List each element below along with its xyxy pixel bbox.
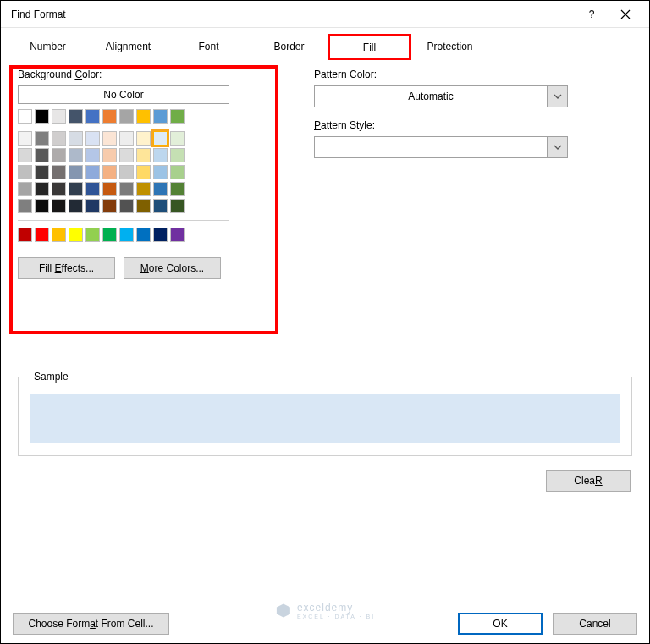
color-swatch[interactable] bbox=[52, 165, 66, 179]
color-swatch[interactable] bbox=[136, 165, 151, 179]
color-swatch[interactable] bbox=[85, 131, 100, 146]
color-swatch[interactable] bbox=[153, 165, 168, 179]
color-swatch[interactable] bbox=[136, 148, 151, 162]
tab-strip: NumberAlignmentFontBorderFillProtection bbox=[8, 35, 642, 58]
color-swatch[interactable] bbox=[52, 148, 66, 162]
fill-effects-button[interactable]: Fill Effects... bbox=[18, 257, 115, 279]
color-swatch[interactable] bbox=[52, 199, 66, 213]
color-swatch[interactable] bbox=[119, 199, 134, 213]
color-swatch[interactable] bbox=[119, 165, 134, 179]
color-swatch[interactable] bbox=[52, 182, 66, 196]
color-swatch[interactable] bbox=[35, 228, 49, 242]
color-swatch[interactable] bbox=[170, 148, 185, 162]
pattern-color-combo[interactable]: Automatic bbox=[314, 85, 568, 107]
color-swatch[interactable] bbox=[18, 228, 32, 242]
color-swatch[interactable] bbox=[69, 148, 83, 162]
color-swatch[interactable] bbox=[102, 165, 117, 179]
color-swatch[interactable] bbox=[18, 165, 32, 179]
close-icon bbox=[620, 9, 631, 19]
color-swatch[interactable] bbox=[35, 109, 49, 124]
pattern-color-label: Pattern Color: bbox=[314, 69, 632, 80]
tab-font[interactable]: Font bbox=[168, 35, 249, 58]
tab-fill[interactable]: Fill bbox=[329, 36, 410, 58]
more-colors-button[interactable]: More Colors... bbox=[124, 257, 221, 279]
tab-border[interactable]: Border bbox=[249, 35, 329, 58]
color-swatch[interactable] bbox=[119, 228, 134, 242]
chevron-down-icon bbox=[547, 137, 567, 157]
sample-preview bbox=[30, 394, 620, 443]
ok-button[interactable]: OK bbox=[458, 613, 543, 635]
color-swatch[interactable] bbox=[153, 199, 168, 213]
clear-button[interactable]: CleaR bbox=[546, 470, 631, 492]
color-swatch[interactable] bbox=[119, 109, 134, 124]
color-swatch[interactable] bbox=[170, 182, 185, 196]
color-swatch[interactable] bbox=[52, 109, 66, 124]
color-swatch[interactable] bbox=[102, 148, 117, 162]
color-swatch[interactable] bbox=[35, 165, 49, 179]
color-swatch[interactable] bbox=[102, 199, 117, 213]
color-swatch[interactable] bbox=[35, 131, 49, 146]
color-swatch[interactable] bbox=[170, 131, 185, 146]
color-swatch[interactable] bbox=[153, 228, 168, 242]
color-swatch[interactable] bbox=[153, 131, 168, 146]
color-swatch[interactable] bbox=[85, 109, 100, 124]
color-swatch[interactable] bbox=[102, 228, 117, 242]
pattern-style-combo[interactable] bbox=[314, 136, 568, 158]
color-swatch[interactable] bbox=[69, 109, 83, 124]
color-swatch[interactable] bbox=[153, 182, 168, 196]
color-swatch[interactable] bbox=[119, 182, 134, 196]
tab-number[interactable]: Number bbox=[8, 35, 88, 58]
color-swatch[interactable] bbox=[52, 228, 66, 242]
color-swatch[interactable] bbox=[170, 228, 185, 242]
color-swatch[interactable] bbox=[136, 131, 151, 146]
color-swatch[interactable] bbox=[119, 148, 134, 162]
color-swatch[interactable] bbox=[69, 228, 83, 242]
color-swatch[interactable] bbox=[119, 131, 134, 146]
color-swatch[interactable] bbox=[136, 182, 151, 196]
color-swatch[interactable] bbox=[136, 199, 151, 213]
pattern-panel: Pattern Color: Automatic Pattern Style: bbox=[314, 69, 632, 279]
color-swatch[interactable] bbox=[85, 182, 100, 196]
color-swatch[interactable] bbox=[69, 199, 83, 213]
close-button[interactable] bbox=[609, 3, 642, 26]
bottom-bar: Choose Format From Cell... OK Cancel bbox=[1, 613, 649, 635]
sample-label: Sample bbox=[30, 371, 72, 383]
color-swatch[interactable] bbox=[170, 109, 185, 124]
color-swatch[interactable] bbox=[170, 165, 185, 179]
tab-protection[interactable]: Protection bbox=[410, 35, 490, 58]
color-swatch[interactable] bbox=[35, 199, 49, 213]
color-swatch[interactable] bbox=[153, 148, 168, 162]
cancel-button[interactable]: Cancel bbox=[553, 613, 637, 635]
color-swatch[interactable] bbox=[18, 109, 32, 124]
color-swatch[interactable] bbox=[85, 165, 100, 179]
color-swatch[interactable] bbox=[153, 109, 168, 124]
color-swatch[interactable] bbox=[35, 148, 49, 162]
title-bar: Find Format ? bbox=[1, 1, 649, 28]
chevron-down-icon bbox=[547, 86, 567, 107]
color-swatch[interactable] bbox=[85, 199, 100, 213]
pattern-color-value: Automatic bbox=[315, 91, 547, 102]
color-swatch[interactable] bbox=[69, 131, 83, 146]
color-swatch[interactable] bbox=[69, 165, 83, 179]
color-swatch[interactable] bbox=[85, 148, 100, 162]
help-button[interactable]: ? bbox=[575, 3, 609, 26]
tab-alignment[interactable]: Alignment bbox=[88, 35, 168, 58]
color-swatch[interactable] bbox=[18, 182, 32, 196]
color-swatch[interactable] bbox=[102, 131, 117, 146]
color-swatch[interactable] bbox=[102, 109, 117, 124]
color-swatch[interactable] bbox=[18, 131, 32, 146]
color-swatch[interactable] bbox=[18, 199, 32, 213]
color-swatch[interactable] bbox=[85, 228, 100, 242]
color-swatch[interactable] bbox=[69, 182, 83, 196]
color-swatch[interactable] bbox=[35, 182, 49, 196]
color-swatch[interactable] bbox=[102, 182, 117, 196]
color-swatch[interactable] bbox=[136, 228, 151, 242]
color-swatch[interactable] bbox=[18, 148, 32, 162]
choose-format-from-cell-button[interactable]: Choose Format From Cell... bbox=[13, 613, 169, 635]
color-swatch[interactable] bbox=[170, 199, 185, 213]
color-swatch[interactable] bbox=[52, 131, 66, 146]
separator bbox=[18, 220, 229, 221]
color-swatch[interactable] bbox=[136, 109, 151, 124]
background-color-label: Background Color: bbox=[18, 69, 280, 80]
no-color-button[interactable]: No Color bbox=[18, 85, 229, 104]
